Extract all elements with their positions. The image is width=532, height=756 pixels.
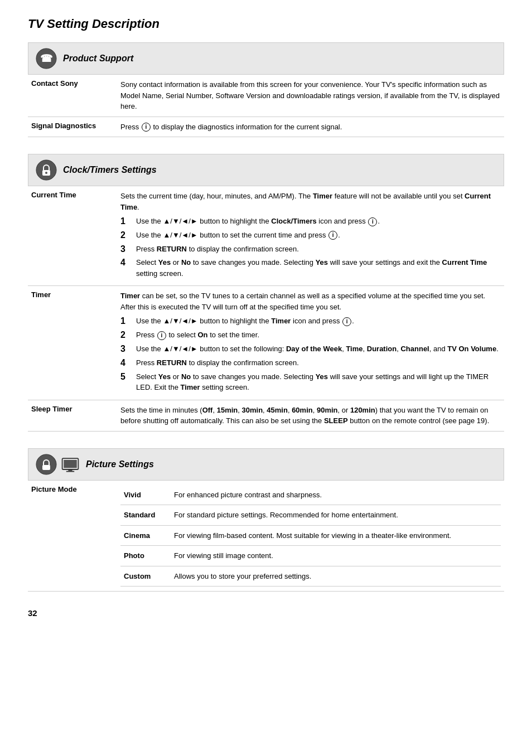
table-row: Sleep Timer Sets the time in minutes (Of… bbox=[28, 400, 504, 431]
table-row: Picture Mode Vivid For enhanced picture … bbox=[28, 481, 504, 592]
circle-i-icon: i bbox=[157, 331, 166, 340]
step-text: Press RETURN to display the confirmation… bbox=[136, 357, 501, 369]
current-time-steps: 1 Use the ▲/▼/◄/► button to highlight th… bbox=[120, 216, 501, 279]
product-support-table: Contact Sony Sony contact information is… bbox=[28, 75, 504, 137]
list-item: 3 Press RETURN to display the confirmati… bbox=[120, 244, 501, 255]
picture-settings-table: Picture Mode Vivid For enhanced picture … bbox=[28, 481, 504, 592]
list-item: 1 Use the ▲/▼/◄/► button to highlight th… bbox=[120, 316, 501, 327]
picture-icon bbox=[35, 453, 57, 476]
circle-i-icon: i bbox=[342, 317, 351, 326]
step-text: Select Yes or No to save changes you mad… bbox=[136, 257, 501, 279]
list-item: 2 Use the ▲/▼/◄/► button to set the curr… bbox=[120, 230, 501, 241]
timer-steps: 1 Use the ▲/▼/◄/► button to highlight th… bbox=[120, 316, 501, 392]
picture-settings-header: Picture Settings bbox=[28, 448, 504, 481]
list-item: 1 Use the ▲/▼/◄/► button to highlight th… bbox=[120, 216, 501, 227]
timer-label: Timer bbox=[28, 286, 117, 400]
mode-name: Photo bbox=[120, 546, 171, 566]
step-number: 4 bbox=[120, 257, 133, 269]
clock-timers-section: Clock/Timers Settings Current Time Sets … bbox=[28, 154, 504, 432]
picture-mode-label: Picture Mode bbox=[28, 481, 117, 592]
clock-timers-table: Current Time Sets the current time (day,… bbox=[28, 186, 504, 432]
signal-diagnostics-label: Signal Diagnostics bbox=[28, 117, 117, 137]
step-number: 3 bbox=[120, 343, 133, 355]
page-number: 32 bbox=[28, 608, 504, 618]
table-row: Contact Sony Sony contact information is… bbox=[28, 75, 504, 117]
sleep-timer-label: Sleep Timer bbox=[28, 400, 117, 431]
circle-i-icon: i bbox=[328, 231, 337, 240]
picture-mode-content: Vivid For enhanced picture contrast and … bbox=[117, 481, 504, 592]
list-item: 5 Select Yes or No to save changes you m… bbox=[120, 371, 501, 393]
list-item: Standard For standard picture settings. … bbox=[120, 505, 501, 526]
list-item: Custom Allows you to store your preferre… bbox=[120, 566, 501, 587]
product-support-header: ☎ Product Support bbox=[28, 42, 504, 75]
step-text: Use the ▲/▼/◄/► button to highlight the … bbox=[136, 316, 501, 327]
current-time-content: Sets the current time (day, hour, minute… bbox=[117, 186, 504, 286]
table-row: Signal Diagnostics Press i to display th… bbox=[28, 117, 504, 137]
svg-rect-10 bbox=[66, 471, 74, 472]
svg-point-5 bbox=[36, 454, 56, 474]
circle-i-icon: i bbox=[368, 217, 377, 226]
list-item: Vivid For enhanced picture contrast and … bbox=[120, 485, 501, 505]
clock-timers-header: Clock/Timers Settings bbox=[28, 154, 504, 186]
svg-point-4 bbox=[45, 172, 47, 174]
mode-desc: For viewing still image content. bbox=[171, 546, 501, 566]
mode-name: Cinema bbox=[120, 525, 171, 546]
page-title: TV Setting Description bbox=[28, 17, 504, 31]
step-text: Use the ▲/▼/◄/► button to set the curren… bbox=[136, 230, 501, 241]
current-time-label: Current Time bbox=[28, 186, 117, 286]
monitor-icon bbox=[60, 454, 80, 474]
signal-diagnostics-desc: Press i to display the diagnostics infor… bbox=[117, 117, 504, 137]
picture-modes-table: Vivid For enhanced picture contrast and … bbox=[120, 485, 501, 587]
phone-icon: ☎ bbox=[35, 47, 57, 70]
list-item: 4 Select Yes or No to save changes you m… bbox=[120, 257, 501, 279]
step-text: Use the ▲/▼/◄/► button to set the follow… bbox=[136, 343, 501, 355]
contact-sony-desc: Sony contact information is available fr… bbox=[117, 75, 504, 117]
list-item: Photo For viewing still image content. bbox=[120, 546, 501, 566]
list-item: 4 Press RETURN to display the confirmati… bbox=[120, 357, 501, 369]
mode-desc: Allows you to store your preferred setti… bbox=[171, 566, 501, 587]
step-number: 4 bbox=[120, 357, 133, 369]
list-item: 2 Press i to select On to set the timer. bbox=[120, 329, 501, 341]
sleep-timer-desc: Sets the time in minutes (Off, 15min, 30… bbox=[117, 400, 504, 431]
product-support-title: Product Support bbox=[63, 54, 133, 64]
timer-content: Timer can be set, so the TV tunes to a c… bbox=[117, 286, 504, 400]
step-number: 2 bbox=[120, 329, 133, 341]
clock-icon bbox=[35, 159, 57, 181]
step-number: 5 bbox=[120, 371, 133, 383]
mode-desc: For enhanced picture contrast and sharpn… bbox=[171, 485, 501, 505]
contact-sony-label: Contact Sony bbox=[28, 75, 117, 117]
svg-text:☎: ☎ bbox=[40, 53, 52, 64]
picture-settings-title: Picture Settings bbox=[86, 459, 154, 469]
svg-rect-8 bbox=[64, 459, 76, 467]
step-number: 1 bbox=[120, 316, 133, 327]
svg-rect-9 bbox=[68, 469, 72, 471]
list-item: 3 Use the ▲/▼/◄/► button to set the foll… bbox=[120, 343, 501, 355]
table-row: Current Time Sets the current time (day,… bbox=[28, 186, 504, 286]
step-number: 2 bbox=[120, 230, 133, 241]
table-row: Timer Timer can be set, so the TV tunes … bbox=[28, 286, 504, 400]
picture-settings-section: Picture Settings Picture Mode Vivid For … bbox=[28, 448, 504, 592]
mode-name: Standard bbox=[120, 505, 171, 526]
step-number: 3 bbox=[120, 244, 133, 255]
svg-rect-6 bbox=[42, 465, 50, 470]
mode-desc: For standard picture settings. Recommend… bbox=[171, 505, 501, 526]
list-item: Cinema For viewing film-based content. M… bbox=[120, 525, 501, 546]
clock-timers-title: Clock/Timers Settings bbox=[63, 165, 157, 175]
step-text: Press RETURN to display the confirmation… bbox=[136, 244, 501, 255]
mode-desc: For viewing film-based content. Most sui… bbox=[171, 525, 501, 546]
mode-name: Custom bbox=[120, 566, 171, 587]
mode-name: Vivid bbox=[120, 485, 171, 505]
step-text: Select Yes or No to save changes you mad… bbox=[136, 371, 501, 393]
product-support-section: ☎ Product Support Contact Sony Sony cont… bbox=[28, 42, 504, 137]
step-text: Use the ▲/▼/◄/► button to highlight the … bbox=[136, 216, 501, 227]
circle-i-icon: i bbox=[142, 123, 151, 132]
step-number: 1 bbox=[120, 216, 133, 227]
step-text: Press i to select On to set the timer. bbox=[136, 329, 501, 341]
